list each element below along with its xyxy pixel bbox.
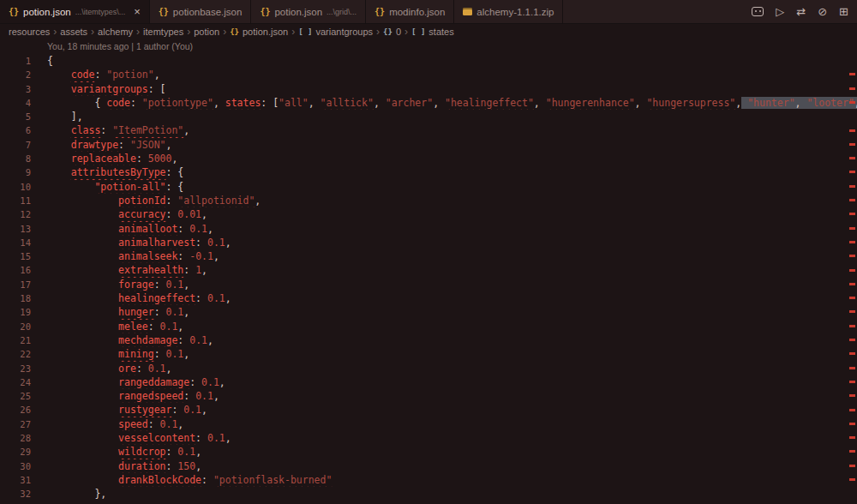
ruler-mark bbox=[849, 73, 855, 75]
ruler-mark bbox=[849, 325, 855, 327]
breadcrumb-item-variantgroups[interactable]: [ ]variantgroups bbox=[298, 27, 373, 37]
code-line[interactable]: 14 animalharvest: 0.1, bbox=[0, 236, 857, 249]
code-line[interactable]: 26 rustygear: 0.1, bbox=[0, 403, 857, 417]
code-line[interactable]: 7 drawtype: "JSON", bbox=[0, 138, 857, 152]
code-line[interactable]: 1{ bbox=[0, 54, 857, 68]
line-number: 19 bbox=[0, 305, 31, 319]
json-file-icon: {} bbox=[230, 27, 239, 36]
line-number: 16 bbox=[0, 263, 31, 277]
ruler-mark bbox=[849, 310, 855, 313]
ruler-mark bbox=[849, 87, 855, 90]
line-number: 30 bbox=[0, 459, 31, 473]
breadcrumb-item-potion-json[interactable]: {}potion.json bbox=[230, 27, 288, 37]
code-line[interactable]: 8 replaceable: 5000, bbox=[0, 152, 857, 165]
editor-actions: ▷⇄⊘⊞ bbox=[752, 0, 857, 23]
ruler-mark bbox=[849, 143, 855, 146]
code-line[interactable]: 4 { code: "potiontype", states: ["all", … bbox=[0, 96, 857, 110]
code-line[interactable]: 29 wildcrop: 0.1, bbox=[0, 445, 857, 459]
code-text: healingeffect: 0.1, bbox=[47, 291, 857, 305]
copilot-icon[interactable] bbox=[752, 7, 764, 16]
ruler-mark bbox=[849, 297, 855, 299]
code-line[interactable]: 18 healingeffect: 0.1, bbox=[0, 291, 857, 305]
breadcrumb-label: potion bbox=[194, 27, 219, 37]
toggle-blame-icon[interactable]: ⊘ bbox=[818, 6, 827, 17]
tab-potionbase-json[interactable]: {}potionbase.json bbox=[150, 0, 252, 23]
code-line[interactable]: 13 animalloot: 0.1, bbox=[0, 222, 857, 236]
code-text: mechdamage: 0.1, bbox=[47, 333, 857, 347]
code-line[interactable]: 3 variantgroups: [ bbox=[0, 82, 857, 96]
line-number: 32 bbox=[0, 487, 31, 501]
code-text: variantgroups: [ bbox=[47, 82, 857, 96]
open-changes-icon[interactable]: ⇄ bbox=[796, 6, 806, 17]
tab-potion-json[interactable]: {}potion.json...\grid\... bbox=[251, 0, 366, 23]
editor[interactable]: You, 18 minutes ago | 1 author (You) 1{2… bbox=[0, 39, 857, 504]
code-line[interactable]: 31 drankBlockCode: "potionflask-burned" bbox=[0, 473, 857, 487]
line-number: 26 bbox=[0, 403, 31, 417]
code-line[interactable]: 19 hunger: 0.1, bbox=[0, 305, 857, 319]
code-text: speed: 0.1, bbox=[47, 417, 857, 431]
breadcrumb-item-states[interactable]: [ ]states bbox=[411, 27, 454, 37]
breadcrumb-item-0[interactable]: {}0 bbox=[383, 27, 401, 37]
code-line[interactable]: 25 rangedspeed: 0.1, bbox=[0, 389, 857, 403]
code-line[interactable]: 5 ], bbox=[0, 110, 857, 123]
run-button[interactable]: ▷ bbox=[776, 6, 784, 17]
breadcrumb-item-resources[interactable]: resources bbox=[9, 27, 50, 37]
code-line[interactable]: 23 ore: 0.1, bbox=[0, 362, 857, 375]
code-text: forage: 0.1, bbox=[47, 278, 857, 291]
code-line[interactable]: 2 code: "potion", bbox=[0, 68, 857, 81]
code-text: ore: 0.1, bbox=[47, 362, 857, 375]
code-text: rangedspeed: 0.1, bbox=[47, 389, 857, 403]
code-text: wildcrop: 0.1, bbox=[47, 445, 857, 459]
code-text: code: "potion", bbox=[47, 68, 857, 81]
code-line[interactable]: 22 mining: 0.1, bbox=[0, 347, 857, 361]
code-text: hunger: 0.1, bbox=[47, 305, 857, 319]
line-number: 23 bbox=[0, 362, 31, 375]
code-line[interactable]: 27 speed: 0.1, bbox=[0, 417, 857, 431]
code-line[interactable]: 9 attributesByType: { bbox=[0, 165, 857, 179]
breadcrumb-label: assets bbox=[60, 27, 87, 37]
code-line[interactable]: 24 rangeddamage: 0.1, bbox=[0, 375, 857, 389]
close-icon[interactable]: × bbox=[134, 6, 141, 17]
ruler-mark bbox=[849, 171, 855, 173]
code-line[interactable]: 16 extrahealth: 1, bbox=[0, 263, 857, 277]
code-line[interactable]: 15 animalseek: -0.1, bbox=[0, 249, 857, 263]
tab-potion-json[interactable]: {}potion.json...\itemtypes\...× bbox=[0, 0, 150, 23]
code-line[interactable]: 28 vesselcontent: 0.1, bbox=[0, 431, 857, 445]
code-line[interactable]: 21 mechdamage: 0.1, bbox=[0, 333, 857, 347]
overview-ruler[interactable] bbox=[847, 39, 857, 504]
line-number: 8 bbox=[0, 152, 31, 165]
breadcrumb-item-potion[interactable]: potion bbox=[194, 27, 219, 37]
ruler-mark bbox=[849, 269, 855, 272]
code-text: accuracy: 0.01, bbox=[47, 207, 857, 221]
line-number: 6 bbox=[0, 123, 31, 137]
breadcrumb-item-assets[interactable]: assets bbox=[60, 27, 87, 37]
code-text: melee: 0.1, bbox=[47, 320, 857, 333]
code-line[interactable]: 32 }, bbox=[0, 487, 857, 501]
code-text: { code: "potiontype", states: ["all", "a… bbox=[47, 96, 857, 110]
code-line[interactable]: 20 melee: 0.1, bbox=[0, 320, 857, 333]
breadcrumb-label: states bbox=[428, 27, 453, 37]
line-number: 25 bbox=[0, 389, 31, 403]
code-line[interactable]: 10 "potion-all": { bbox=[0, 180, 857, 194]
ruler-mark bbox=[849, 283, 855, 285]
code-line[interactable]: 11 potionId: "allpotionid", bbox=[0, 194, 857, 207]
ruler-mark bbox=[849, 241, 855, 243]
ruler-mark bbox=[849, 381, 855, 383]
tab-modinfo-json[interactable]: {}modinfo.json bbox=[366, 0, 454, 23]
tab-alchemy-1-1-1-zip[interactable]: alchemy-1.1.1.zip bbox=[454, 0, 563, 23]
ruler-mark bbox=[849, 129, 855, 132]
code-text: mining: 0.1, bbox=[47, 347, 857, 361]
ruler-mark bbox=[849, 423, 855, 425]
code-line[interactable]: 30 duration: 150, bbox=[0, 459, 857, 473]
code-line[interactable]: 12 accuracy: 0.01, bbox=[0, 207, 857, 221]
code-line[interactable]: 17 forage: 0.1, bbox=[0, 278, 857, 291]
gitlens-blame-codelens: You, 18 minutes ago | 1 author (You) bbox=[0, 39, 857, 54]
code-line[interactable]: 6 class: "ItemPotion", bbox=[0, 123, 857, 137]
split-editor-icon[interactable]: ⊞ bbox=[839, 6, 848, 17]
breadcrumb-item-itemtypes[interactable]: itemtypes bbox=[143, 27, 183, 37]
line-number: 21 bbox=[0, 333, 31, 347]
breadcrumb-item-alchemy[interactable]: alchemy bbox=[98, 27, 133, 37]
code-text: rustygear: 0.1, bbox=[47, 403, 857, 417]
ruler-mark bbox=[849, 436, 855, 439]
line-number: 20 bbox=[0, 320, 31, 333]
